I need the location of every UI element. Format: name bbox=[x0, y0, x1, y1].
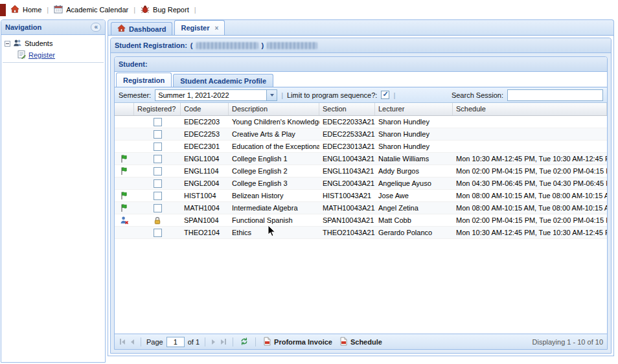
course-description: College English 2 bbox=[229, 165, 319, 177]
tree-node-register-label[interactable]: Register bbox=[29, 51, 55, 59]
paren-close: ) bbox=[262, 41, 264, 49]
course-flag-icon bbox=[120, 166, 129, 176]
course-flag-icon bbox=[120, 203, 129, 212]
tab-register[interactable]: Register × bbox=[174, 20, 225, 35]
table-row[interactable]: ENGL2004 College English 3 ENGL20043A21 … bbox=[115, 177, 607, 190]
toolbar-divider bbox=[233, 337, 233, 347]
registered-checkbox[interactable] bbox=[154, 229, 162, 237]
close-tab-icon[interactable]: × bbox=[215, 25, 219, 32]
semester-label: Semester: bbox=[119, 91, 151, 99]
student-section-title: Student: bbox=[119, 60, 148, 68]
row-status-cell bbox=[115, 227, 134, 238]
semester-input[interactable] bbox=[155, 89, 266, 101]
table-row[interactable]: HIST1004 Belizean History HIST10043A21 J… bbox=[115, 190, 607, 202]
course-code: SPAN1004 bbox=[181, 214, 229, 226]
tree-node-students[interactable]: Students bbox=[3, 38, 104, 49]
semester-combobox[interactable] bbox=[155, 89, 277, 101]
course-section: ENGL20043A21 bbox=[319, 177, 375, 189]
tree-expander-icon[interactable] bbox=[5, 41, 10, 47]
registered-checkbox[interactable] bbox=[154, 130, 162, 139]
refresh-button[interactable] bbox=[238, 337, 250, 347]
toolbar-divider bbox=[205, 337, 205, 347]
navigation-panel-header: Navigation « bbox=[1, 20, 105, 35]
table-row[interactable]: EDEC2253 Creative Arts & Play EDEC22533A… bbox=[115, 128, 607, 141]
collapse-panel-button[interactable]: « bbox=[91, 23, 101, 32]
registered-cell bbox=[134, 177, 181, 189]
grid-body: EDEC2203 Young Children's Knowledge... E… bbox=[115, 116, 607, 334]
of-pages-label: of 1 bbox=[188, 338, 200, 346]
first-page-button[interactable] bbox=[119, 339, 126, 345]
course-description: Young Children's Knowledge... bbox=[229, 116, 319, 128]
student-panel: Student: Registration Student Academic P… bbox=[114, 56, 608, 350]
page-number-input[interactable] bbox=[166, 337, 185, 347]
course-section: ENGL10043A21 bbox=[319, 153, 375, 165]
registered-checkbox[interactable] bbox=[154, 167, 162, 176]
previous-page-button[interactable] bbox=[130, 339, 135, 345]
home-menu-item[interactable]: Home bbox=[9, 5, 43, 15]
registered-cell bbox=[134, 202, 181, 214]
registered-checkbox[interactable] bbox=[154, 192, 162, 200]
toolbar-separator: | bbox=[133, 6, 135, 14]
course-schedule bbox=[453, 128, 607, 140]
registered-cell bbox=[134, 165, 181, 177]
registered-checkbox[interactable] bbox=[154, 204, 162, 212]
bug-report-menu-item[interactable]: Bug Report bbox=[139, 5, 190, 15]
table-row[interactable]: EDEC2203 Young Children's Knowledge... E… bbox=[115, 116, 607, 128]
tree-node-register[interactable]: Register bbox=[3, 49, 104, 61]
registered-checkbox[interactable] bbox=[154, 142, 162, 151]
tree-node-students-label: Students bbox=[25, 40, 52, 47]
app-window: Home | Academic Calendar | Bug Report | … bbox=[0, 0, 618, 364]
register-form-icon bbox=[17, 50, 26, 60]
registered-checkbox[interactable] bbox=[154, 155, 162, 163]
proforma-invoice-button[interactable]: Proforma Invoice bbox=[261, 337, 334, 347]
table-row[interactable]: EDEC2301 Education of the Exceptional...… bbox=[115, 141, 607, 153]
row-status-cell bbox=[115, 214, 134, 226]
column-header-section[interactable]: Section bbox=[319, 103, 375, 115]
table-row[interactable]: ENGL1104 College English 2 ENGL11043A21 … bbox=[115, 165, 607, 177]
grid-header: Registered? Code Description Section Lec… bbox=[115, 103, 607, 116]
column-header-description[interactable]: Description bbox=[229, 103, 319, 115]
search-session-input[interactable] bbox=[507, 89, 603, 101]
limit-sequence-checkbox[interactable] bbox=[381, 91, 389, 99]
unregister-student-icon[interactable] bbox=[120, 216, 129, 225]
column-header-lecturer[interactable]: Lecturer bbox=[375, 103, 453, 115]
registered-cell bbox=[134, 227, 181, 238]
tab-registration[interactable]: Registration bbox=[116, 73, 172, 87]
course-lecturer: Sharon Hundley bbox=[375, 128, 453, 140]
student-tab-bar: Registration Student Academic Profile bbox=[115, 72, 607, 87]
tab-register-label: Register bbox=[181, 24, 209, 32]
registered-checkbox[interactable] bbox=[154, 179, 162, 188]
row-status-cell bbox=[115, 116, 134, 128]
toolbar-separator: | bbox=[194, 6, 196, 14]
course-description: Intermediate Algebra bbox=[229, 202, 319, 214]
course-lecturer: Angel Zetina bbox=[375, 202, 453, 214]
table-row[interactable]: ENGL1004 College English 1 ENGL10043A21 … bbox=[115, 153, 607, 165]
semester-dropdown-button[interactable] bbox=[266, 89, 277, 101]
bug-report-label: Bug Report bbox=[153, 6, 189, 14]
tab-dashboard[interactable]: Dashboard bbox=[111, 22, 172, 35]
column-header-schedule[interactable]: Schedule bbox=[453, 103, 607, 115]
table-row[interactable]: THEO2104 Ethics THEO21043A21 Gerardo Pol… bbox=[115, 227, 607, 239]
student-registration-panel: Student Registration: ( ) Student: Regis… bbox=[110, 38, 612, 354]
students-icon bbox=[13, 38, 22, 49]
course-flag-icon bbox=[120, 191, 129, 200]
calendar-icon bbox=[54, 5, 63, 15]
column-header-registered[interactable]: Registered? bbox=[134, 103, 181, 115]
course-section: SPAN10043A21 bbox=[319, 214, 375, 226]
app-brand-block bbox=[0, 4, 6, 16]
chevron-down-icon bbox=[270, 94, 274, 97]
table-row[interactable]: SPAN1004 Functional Spanish SPAN10043A21… bbox=[115, 214, 607, 227]
academic-calendar-menu-item[interactable]: Academic Calendar bbox=[52, 5, 130, 15]
next-page-button[interactable] bbox=[211, 339, 216, 345]
registered-checkbox[interactable] bbox=[154, 118, 162, 126]
course-code: EDEC2301 bbox=[181, 141, 229, 152]
last-page-button[interactable] bbox=[220, 339, 227, 345]
course-description: College English 1 bbox=[229, 153, 319, 165]
column-header-status[interactable] bbox=[115, 103, 134, 115]
course-description: College English 3 bbox=[229, 177, 319, 189]
column-header-code[interactable]: Code bbox=[181, 103, 229, 115]
schedule-button[interactable]: Schedule bbox=[338, 337, 384, 347]
table-row[interactable]: MATH1004 Intermediate Algebra MATH10043A… bbox=[115, 202, 607, 214]
tab-student-academic-profile[interactable]: Student Academic Profile bbox=[173, 74, 273, 87]
toolbar-divider bbox=[255, 337, 256, 347]
